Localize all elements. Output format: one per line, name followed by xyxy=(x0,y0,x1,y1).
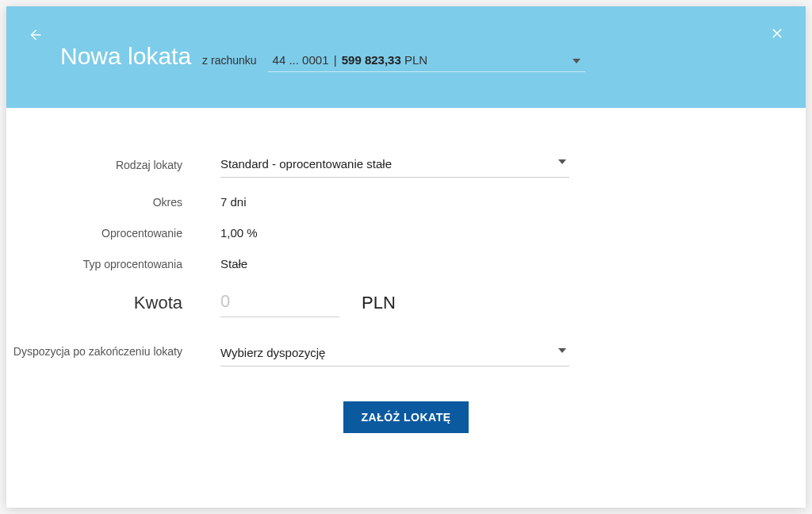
account-currency: PLN xyxy=(404,53,427,67)
rate-value: 1,00 % xyxy=(220,226,258,240)
amount-wrap: PLN xyxy=(220,288,396,317)
account-number: 44 ... 0001 xyxy=(273,53,329,67)
chevron-down-icon xyxy=(573,59,580,63)
deposit-type-label: Rodzaj lokaty xyxy=(6,159,220,171)
rate-type-label: Typ oprocentowania xyxy=(6,258,220,270)
account-selector[interactable]: 44 ... 0001 | 599 823,33 PLN xyxy=(268,50,585,72)
back-button[interactable] xyxy=(25,25,44,44)
amount-input[interactable] xyxy=(220,288,339,317)
arrow-left-icon xyxy=(28,28,42,42)
rate-type-value: Stałe xyxy=(220,257,247,270)
amount-label: Kwota xyxy=(6,293,220,313)
disposition-value: Wybierz dyspozycję xyxy=(220,346,325,359)
page-title: Nowa lokata xyxy=(60,43,191,70)
disposition-select[interactable]: Wybierz dyspozycję xyxy=(220,341,569,366)
period-value: 7 dni xyxy=(220,195,247,209)
amount-currency: PLN xyxy=(362,293,396,313)
account-separator: | xyxy=(334,53,337,67)
form-body: Rodzaj lokaty Standard - oprocentowanie … xyxy=(6,108,806,433)
disposition-label: Dyspozycja po zakończeniu lokaty xyxy=(6,341,220,360)
actions: ZAŁÓŻ LOKATĘ xyxy=(6,401,806,433)
title-row: Nowa lokata z rachunku 44 ... 0001 | 599… xyxy=(60,43,783,72)
close-button[interactable] xyxy=(768,24,787,43)
deposit-type-select[interactable]: Standard - oprocentowanie stałe xyxy=(220,152,569,178)
submit-button[interactable]: ZAŁÓŻ LOKATĘ xyxy=(343,401,468,433)
from-account-label: z rachunku xyxy=(202,54,256,67)
close-icon xyxy=(770,26,784,40)
chevron-down-icon xyxy=(558,159,566,164)
account-selector-text: 44 ... 0001 | 599 823,33 PLN xyxy=(273,53,428,67)
account-balance: 599 823,33 xyxy=(342,53,401,67)
chevron-down-icon xyxy=(558,348,566,353)
deposit-create-modal: Nowa lokata z rachunku 44 ... 0001 | 599… xyxy=(6,6,806,508)
period-label: Okres xyxy=(6,196,220,209)
deposit-type-value: Standard - oprocentowanie stałe xyxy=(220,157,392,171)
modal-header: Nowa lokata z rachunku 44 ... 0001 | 599… xyxy=(6,6,806,108)
rate-label: Oprocentowanie xyxy=(6,227,220,240)
